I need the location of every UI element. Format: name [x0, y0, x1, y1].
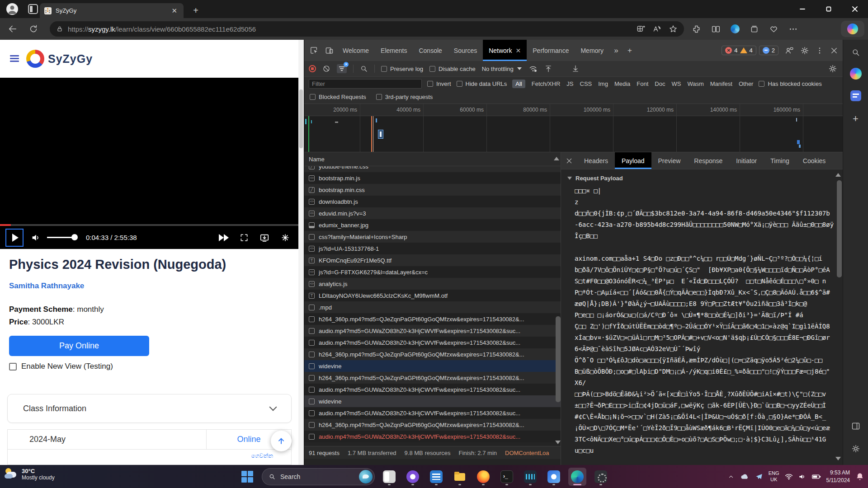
request-row[interactable]: css?family=Material+Icons+Sharp	[304, 231, 561, 243]
filter-type-manifest[interactable]: Manifest	[710, 80, 732, 87]
sidebar-search-icon[interactable]	[851, 48, 860, 57]
lock-icon[interactable]	[56, 25, 63, 33]
network-conditions-icon[interactable]	[528, 64, 538, 73]
request-row[interactable]: youtube-theme.css	[304, 166, 561, 172]
network-overview-timeline[interactable]: 20000 ms40000 ms60000 ms80000 ms100000 m…	[304, 104, 843, 152]
more-tabs-icon[interactable]: »	[609, 40, 623, 61]
fast-forward-icon[interactable]	[219, 234, 229, 241]
request-row[interactable]: audio.mp4?md5=GUWaZO83hZ0-k3HjCWVfFw&exp…	[304, 337, 561, 348]
detail-tab-initiator[interactable]: Initiator	[729, 152, 764, 169]
filter-type-img[interactable]: Img	[598, 80, 608, 87]
import-har-icon[interactable]	[544, 65, 552, 73]
request-row[interactable]: analytics.js	[304, 278, 561, 290]
network-settings-icon[interactable]	[828, 64, 837, 73]
start-button[interactable]	[238, 468, 256, 486]
invert-checkbox[interactable]	[427, 81, 433, 87]
taskbar-app-settings[interactable]	[592, 468, 610, 486]
filter-toggle-icon[interactable]: ✕	[337, 64, 347, 73]
taskbar-app-firefox[interactable]	[474, 468, 492, 486]
request-payload-section[interactable]: Request Payload	[567, 175, 834, 182]
request-row[interactable]: audio.mp4?md5=GUWaZO83hZ0-k3HjCWVfFw&exp…	[304, 325, 561, 337]
request-row[interactable]: h264_360p.mp4?md5=QJeZqnPaGPt60gGoQMfzxw…	[304, 419, 561, 431]
sidebar-settings-icon[interactable]	[851, 444, 860, 453]
network-search-icon[interactable]	[360, 65, 368, 73]
filter-type-wasm[interactable]: Wasm	[687, 80, 703, 87]
record-network-icon[interactable]	[309, 65, 316, 72]
scroll-up-icon[interactable]	[554, 157, 559, 160]
telegram-icon[interactable]	[755, 473, 763, 481]
third-party-checkbox[interactable]	[376, 94, 382, 100]
request-row[interactable]: js?id=G-F8TXGK6279&l=dataLayer&cx=c	[304, 266, 561, 278]
pay-link-sinhala[interactable]: ගෙවන්න	[251, 452, 273, 460]
video-settings-icon[interactable]	[280, 233, 290, 243]
filter-type-js[interactable]: JS	[566, 80, 573, 87]
collections-icon[interactable]	[750, 24, 759, 34]
battery-icon[interactable]	[812, 474, 821, 480]
feedback-icon[interactable]	[785, 46, 794, 55]
new-tab-button[interactable]: +	[190, 5, 202, 16]
devtools-tab-elements[interactable]: Elements	[375, 40, 413, 61]
tab-close-icon[interactable]: ✕	[170, 6, 179, 15]
notification-bell-icon[interactable]	[855, 472, 864, 481]
request-row[interactable]: .mpd	[304, 301, 561, 313]
favorite-star-icon[interactable]	[669, 24, 678, 33]
preserve-log-checkbox[interactable]	[381, 66, 387, 72]
taskbar-app-clipchamp[interactable]	[404, 468, 422, 486]
device-toolbar-icon[interactable]	[321, 40, 337, 61]
request-row[interactable]: bootstrap.min.js	[304, 172, 561, 184]
errors-warnings-badge[interactable]: ✕ 4 4	[722, 46, 756, 55]
filter-input[interactable]	[309, 79, 422, 89]
page-scrollbar[interactable]	[298, 40, 304, 465]
devtools-settings-icon[interactable]	[800, 46, 809, 55]
detail-tab-cookies[interactable]: Cookies	[796, 152, 833, 169]
disable-cache-checkbox[interactable]	[429, 66, 435, 72]
devtools-tab-network[interactable]: Network✕	[483, 40, 527, 61]
request-row[interactable]: LDItaoyNOAY6Uewc665JclzCKsKc_M9flwmM.otf	[304, 290, 561, 301]
request-row[interactable]: downloadbtn.js	[304, 196, 561, 207]
play-button[interactable]	[5, 229, 24, 247]
has-blocked-cookies-checkbox[interactable]	[759, 81, 764, 87]
pay-online-button[interactable]: Pay Online	[9, 336, 149, 356]
request-row[interactable]: h264_360p.mp4?md5=QJeZqnPaGPt60gGoQMfzxw…	[304, 348, 561, 360]
request-list-scrollbar[interactable]	[556, 316, 561, 402]
payload-scroll-up-icon[interactable]	[835, 173, 841, 177]
taskbar-app-photos[interactable]	[545, 468, 563, 486]
taskbar-app-widgets[interactable]	[380, 468, 398, 486]
extensions-icon[interactable]	[692, 24, 701, 34]
filter-type-media[interactable]: Media	[614, 80, 630, 87]
detail-tab-preview[interactable]: Preview	[651, 152, 688, 169]
tray-chevron-up-icon[interactable]	[728, 474, 734, 480]
inspect-element-icon[interactable]	[306, 40, 321, 61]
request-list-header[interactable]: Name	[304, 152, 561, 166]
taskbar-app-task-manager[interactable]	[521, 468, 539, 486]
download-video-icon[interactable]	[259, 233, 269, 243]
taskbar-app-notes[interactable]	[427, 468, 445, 486]
detail-tab-timing[interactable]: Timing	[764, 152, 796, 169]
split-screen-icon[interactable]	[711, 24, 721, 34]
settings-more-icon[interactable]	[788, 24, 798, 34]
issues-badge[interactable]: 2	[759, 46, 778, 55]
payload-scrollbar[interactable]	[837, 180, 842, 277]
workspaces-grid-icon[interactable]	[636, 24, 645, 33]
url-text[interactable]: https://syzygy.lk/learn/class/view/660b0…	[68, 25, 631, 33]
maximize-button[interactable]	[816, 0, 842, 18]
devtools-tab-performance[interactable]: Performance	[527, 40, 575, 61]
sidebar-copilot-icon[interactable]	[850, 68, 862, 80]
request-row[interactable]: bootstrap.min.css	[304, 184, 561, 196]
search-highlight-icon[interactable]	[359, 470, 373, 483]
close-detail-icon[interactable]	[561, 152, 577, 169]
filter-type-font[interactable]: Font	[637, 80, 648, 87]
taskbar-app-terminal[interactable]	[498, 468, 516, 486]
request-row[interactable]: audio.mp4?md5=GUWaZO83hZ0-k3HjCWVfFw&exp…	[304, 431, 561, 442]
devtools-close-icon[interactable]	[830, 47, 838, 55]
devtools-tab-memory[interactable]: Memory	[575, 40, 609, 61]
filter-type-ws[interactable]: WS	[671, 80, 681, 87]
address-bar[interactable]: https://syzygy.lk/learn/class/view/660b0…	[50, 21, 684, 37]
minimize-button[interactable]	[789, 0, 816, 18]
request-row[interactable]: audio.mp4?md5=GUWaZO83hZ0-k3HjCWVfFw&exp…	[304, 384, 561, 395]
request-row[interactable]: widevine	[304, 395, 561, 407]
workspaces-icon[interactable]	[28, 4, 38, 14]
site-logo-icon[interactable]	[26, 50, 44, 68]
sidebar-add-icon[interactable]: +	[853, 113, 859, 125]
wifi-icon[interactable]	[785, 474, 793, 480]
